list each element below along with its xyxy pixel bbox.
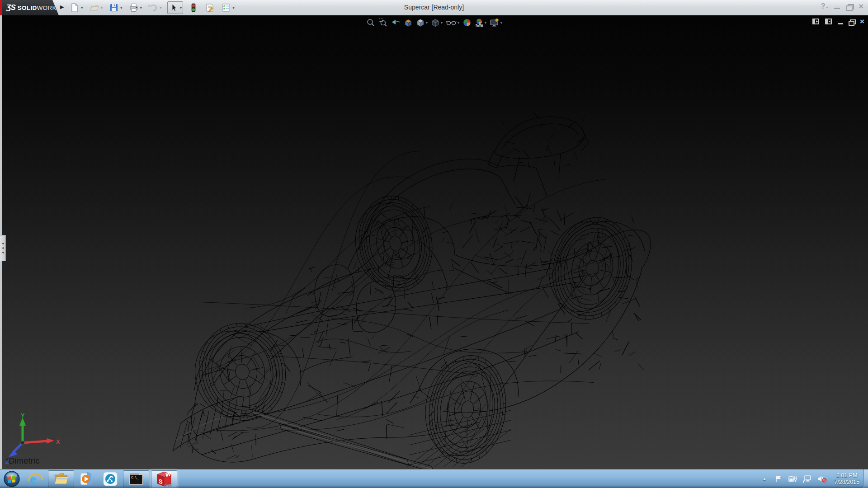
title-bar: ƷS SOLIDWORKS ▶ ▾ ▾ <box>0 0 868 15</box>
svg-text:W: W <box>165 471 171 479</box>
file-properties-icon <box>205 3 215 13</box>
show-right-pane-button[interactable] <box>825 19 832 25</box>
section-view-button[interactable] <box>404 18 413 27</box>
viewport-minimize-button[interactable] <box>838 23 843 24</box>
taskbar-item-command-prompt[interactable]: C:\_ <box>123 470 149 488</box>
chevron-down-icon: ▾ <box>160 5 162 10</box>
print-icon <box>129 3 139 13</box>
logo-text-solid: SOLID <box>18 5 37 11</box>
appearance-sphere-icon <box>462 18 472 27</box>
screen: ƷS SOLIDWORKS ▶ ▾ ▾ <box>0 0 868 488</box>
minimize-button[interactable] <box>834 8 840 9</box>
chevron-down-icon[interactable]: ▾ <box>120 5 123 10</box>
section-view-icon <box>404 18 413 27</box>
zoom-to-fit-button[interactable] <box>366 18 375 27</box>
action-center-flag-icon[interactable] <box>774 475 783 483</box>
command-prompt-icon: C:\_ <box>128 472 144 486</box>
hide-show-items-button[interactable]: ▾ <box>446 18 459 27</box>
chevron-down-icon[interactable]: ▾ <box>485 21 486 25</box>
chevron-down-icon[interactable]: ▾ <box>140 5 142 10</box>
open-folder-icon <box>90 3 99 13</box>
tray-expand-icon[interactable]: ▲ <box>762 477 766 481</box>
apply-scene-button[interactable]: ▾ <box>475 18 486 27</box>
collapse-arrow-icon: ◂ <box>2 251 4 254</box>
collapse-arrow-icon: ◂ <box>2 242 4 245</box>
internet-explorer-icon: e <box>27 471 43 487</box>
open-document-button[interactable]: ▾ <box>89 1 104 14</box>
traffic-light-icon <box>189 3 198 13</box>
clock-date: 7/28/2015 <box>834 479 859 486</box>
triad-x-label: X <box>56 438 60 445</box>
supercar-wireframe <box>0 15 868 469</box>
chevron-down-icon: ▾ <box>101 5 103 10</box>
window-controls: ?▾ × <box>821 2 863 10</box>
select-tool-button[interactable]: ▾ <box>167 1 184 14</box>
dassault-app-icon <box>103 471 118 487</box>
undo-icon <box>148 3 158 13</box>
zoom-to-fit-icon <box>366 18 375 27</box>
previous-view-icon <box>391 18 401 27</box>
taskbar: e <box>0 469 868 488</box>
taskbar-item-solidworks[interactable]: S W 2015 <box>151 470 177 488</box>
panel-expand-tab[interactable]: ◂ ◂ ◂ <box>0 235 6 261</box>
options-button[interactable]: ▾ <box>220 1 236 14</box>
svg-text:2015: 2015 <box>164 483 172 487</box>
view-orientation-button[interactable]: ▾ <box>416 18 428 27</box>
volume-muted-icon[interactable] <box>817 475 827 483</box>
windows-start-icon <box>3 470 20 488</box>
select-cursor-icon <box>169 3 179 13</box>
logo-red-stripe <box>0 0 2 15</box>
chevron-down-icon[interactable]: ▾ <box>232 5 235 10</box>
view-settings-icon <box>490 18 500 27</box>
help-button[interactable]: ?▾ <box>821 2 828 10</box>
chevron-down-icon[interactable]: ▾ <box>426 21 428 25</box>
viewport-restore-button[interactable] <box>849 19 854 24</box>
view-settings-button[interactable]: ▾ <box>490 18 502 27</box>
file-properties-button[interactable] <box>204 1 216 14</box>
collapse-arrow-icon: ◂ <box>2 246 4 250</box>
solidworks-logo: ƷS SOLIDWORKS <box>2 0 59 15</box>
chevron-down-icon[interactable]: ▾ <box>500 21 502 25</box>
save-floppy-icon <box>109 3 119 13</box>
triad-y-label: Y <box>21 413 25 419</box>
logo-text-works: WORKS <box>37 5 61 11</box>
taskbar-clock[interactable]: 2:01 PM 7/28/2015 <box>834 472 859 486</box>
chevron-down-icon[interactable]: ▾ <box>441 21 443 25</box>
viewport-window-controls: × <box>812 18 864 25</box>
new-document-button[interactable]: ▾ <box>69 1 84 14</box>
start-button[interactable] <box>0 470 24 488</box>
power-battery-icon[interactable] <box>788 475 797 483</box>
save-button[interactable]: ▾ <box>108 1 123 14</box>
show-desktop-button[interactable] <box>863 469 868 488</box>
new-document-icon <box>70 3 80 13</box>
chevron-down-icon[interactable]: ▾ <box>180 5 182 10</box>
options-list-icon <box>221 3 231 13</box>
edit-appearance-button[interactable] <box>462 18 472 27</box>
close-button[interactable]: × <box>859 2 863 10</box>
viewport-close-button[interactable]: × <box>860 18 864 25</box>
taskbar-item-internet-explorer[interactable]: e <box>24 470 47 488</box>
taskbar-item-media-player[interactable] <box>75 470 99 488</box>
chevron-down-icon[interactable]: ▾ <box>458 21 459 25</box>
viewport-3d[interactable]: ◂ ◂ ◂ <box>0 15 868 469</box>
taskbar-item-dassault-app[interactable] <box>99 470 122 488</box>
network-icon[interactable] <box>802 475 811 483</box>
solidworks-2015-icon: S W 2015 <box>156 471 172 487</box>
clock-time: 2:01 PM <box>834 472 859 479</box>
zoom-to-area-icon <box>378 18 387 27</box>
taskbar-item-file-explorer[interactable] <box>48 470 74 488</box>
show-left-pane-button[interactable] <box>812 19 820 25</box>
display-style-button[interactable]: ▾ <box>431 18 443 27</box>
svg-text:C:\_: C:\_ <box>131 476 139 479</box>
glasses-icon <box>446 18 457 27</box>
print-button[interactable]: ▾ <box>128 1 143 14</box>
zoom-to-area-button[interactable] <box>378 18 387 27</box>
restore-button[interactable] <box>846 4 852 9</box>
undo-button[interactable]: ▾ <box>147 1 163 14</box>
view-orientation-icon <box>416 18 425 27</box>
menu-flyout-icon[interactable]: ▶ <box>60 4 64 10</box>
traffic-light-button[interactable] <box>188 1 199 14</box>
chevron-down-icon[interactable]: ▾ <box>81 5 83 10</box>
previous-view-button[interactable] <box>391 18 401 27</box>
view-orientation-label: *Dimetric <box>5 456 40 466</box>
